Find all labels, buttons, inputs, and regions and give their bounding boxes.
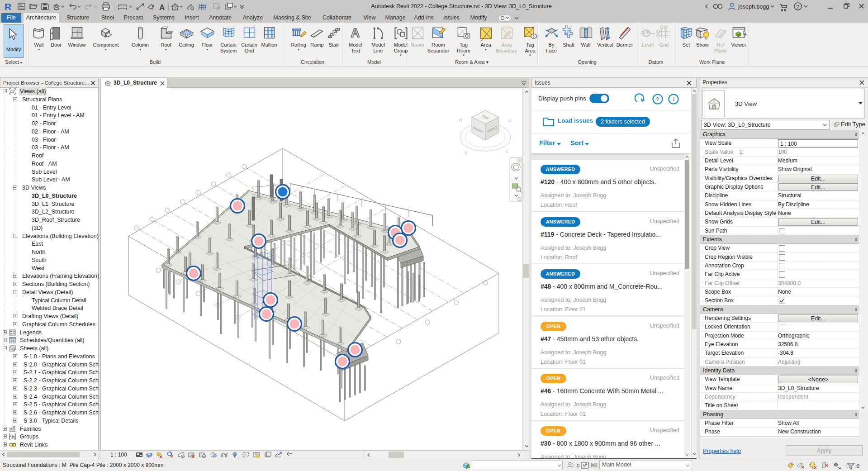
svg-text:E: E — [506, 149, 509, 153]
svg-text:A: A — [159, 3, 165, 12]
svg-text::0: :0 — [575, 463, 579, 468]
svg-text:?: ? — [797, 4, 799, 10]
svg-text:1: 1 — [151, 8, 153, 11]
svg-text:joseph.bogg: joseph.bogg — [738, 4, 769, 10]
svg-text:R: R — [5, 1, 11, 12]
svg-text:i: i — [673, 96, 675, 103]
svg-text:N: N — [508, 119, 512, 123]
svg-text:?: ? — [656, 96, 659, 103]
svg-text:-!: -! — [641, 27, 643, 31]
svg-text:W: W — [459, 118, 463, 122]
svg-text:A: A — [351, 26, 360, 40]
svg-text::0: :0 — [855, 463, 859, 469]
svg-text:S: S — [465, 151, 467, 155]
svg-text:1: 1 — [532, 34, 534, 38]
